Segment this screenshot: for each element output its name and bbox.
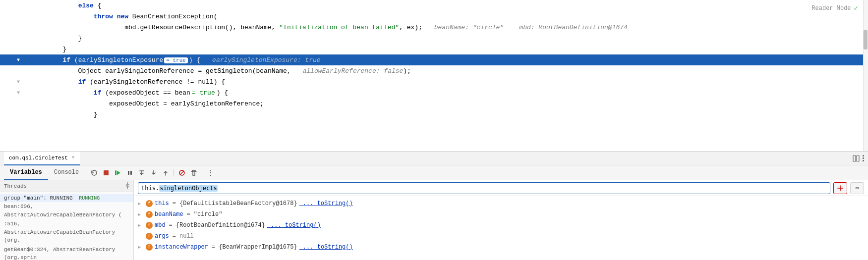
var-link-mbd[interactable]: ... toString() — [267, 222, 321, 229]
var-icon-mbd: f — [146, 222, 153, 229]
var-name-instancewrapper: instanceWrapper — [155, 244, 208, 251]
step-into-btn[interactable] — [148, 167, 159, 178]
var-expand-arrow[interactable]: ▶ — [138, 222, 144, 228]
stop-btn[interactable] — [101, 167, 112, 178]
code-line: } — [0, 109, 868, 120]
code-text: if (exposedObject == bean= true) { — [32, 89, 228, 97]
expr-add-btn[interactable] — [833, 182, 847, 194]
code-line: ▼ if (exposedObject == bean= true) { — [0, 87, 868, 98]
settings-btn[interactable]: ⋮ — [205, 167, 216, 178]
reader-mode-label: Reader Mode — [811, 5, 851, 12]
var-val-instancewrapper: {BeanWrapperImpl@1675} — [219, 244, 297, 251]
var-icon-beanname: f — [146, 211, 153, 218]
svg-rect-5 — [128, 171, 129, 175]
code-line: Object earlySingletonReference = getSing… — [0, 65, 868, 76]
svg-rect-0 — [853, 156, 856, 161]
var-expand-arrow[interactable]: ▶ — [138, 244, 144, 250]
run-badge: RUNNING — [79, 195, 100, 201]
var-eq: = — [173, 233, 176, 240]
left-panel-content: group "main": RUNNING RUNNING bean:606, … — [0, 192, 133, 260]
right-panel: this.singletonObjects ∞ ▶ f this = {Defa… — [134, 180, 868, 260]
svg-rect-6 — [130, 171, 132, 175]
tab-console-label: Console — [54, 169, 79, 176]
tab-variables[interactable]: Variables — [4, 165, 48, 180]
debug-tabs-bar: Variables Console — [0, 165, 868, 180]
code-text: } — [32, 111, 98, 118]
more-options-icon[interactable] — [863, 155, 864, 161]
step-out-btn[interactable] — [160, 167, 171, 178]
left-panel-header: Threads ⌽ — [0, 180, 133, 192]
var-eq: = — [173, 200, 176, 207]
code-text: if (earlySingletonExposure= true) { earl… — [32, 56, 321, 64]
reader-mode-check: ✓ — [854, 4, 858, 12]
bottom-panel: com.qsl.CircleTest × Variables Console — [0, 151, 868, 260]
svg-rect-4 — [115, 170, 116, 175]
code-text: throw new BeanCreationException( — [32, 13, 218, 20]
svg-rect-2 — [104, 170, 109, 175]
svg-marker-3 — [116, 170, 120, 175]
var-expand-arrow[interactable]: ▶ — [138, 211, 144, 217]
var-item-mbd[interactable]: ▶ f mbd = {RootBeanDefinition@1674} ... … — [134, 220, 868, 231]
var-item-this[interactable]: ▶ f this = {DefaultListableBeanFactory@1… — [134, 198, 868, 209]
code-line: } — [0, 44, 868, 54]
var-expand-arrow[interactable]: ▶ — [138, 201, 144, 207]
step-over-btn[interactable] — [136, 167, 147, 178]
expr-infinite-btn[interactable]: ∞ — [850, 182, 864, 194]
pause-btn[interactable] — [124, 167, 135, 178]
debug-content: Threads ⌽ group "main": RUNNING RUNNING … — [0, 180, 868, 260]
stack-frame-0[interactable]: bean:606, AbstractAutowireCapableBeanFac… — [0, 202, 133, 219]
code-line: } — [0, 33, 868, 44]
code-text: exposedObject = earlySingletonReference; — [32, 100, 264, 107]
reader-mode-bar: Reader Mode ✓ — [811, 4, 858, 12]
toolbar-separator — [174, 169, 174, 176]
var-name-beanname: beanName — [155, 211, 183, 218]
layout-icon[interactable] — [852, 154, 861, 163]
debug-toolbar: ⋮ — [89, 167, 216, 178]
var-link-this[interactable]: ... toString() — [299, 200, 353, 207]
code-line-highlighted: ▼ if (earlySingletonExposure= true) { ea… — [0, 54, 868, 65]
code-line: ▼ if (earlySingletonReference != null) { — [0, 76, 868, 87]
var-icon-this: f — [146, 200, 153, 207]
debug-session-tab[interactable]: com.qsl.CircleTest × — [4, 152, 80, 165]
filter-icon[interactable]: ⌽ — [126, 182, 129, 190]
line-gutter: ▼ — [4, 57, 24, 63]
var-item-beanname[interactable]: ▶ f beanName = "circle" — [134, 209, 868, 220]
threads-label: Threads — [4, 183, 27, 189]
scrollbar-right[interactable] — [863, 0, 868, 151]
var-icon-instancewrapper: f — [146, 244, 153, 251]
code-line: exposedObject = earlySingletonReference; — [0, 98, 868, 109]
var-link-instancewrapper[interactable]: ... toString() — [299, 244, 353, 251]
code-text: mbd.getResourceDescription(), beanName, … — [32, 24, 628, 31]
toolbar-separator-2 — [202, 169, 202, 176]
tab-console[interactable]: Console — [48, 165, 85, 180]
mute-breakpoints-btn[interactable] — [176, 167, 187, 178]
tab-variables-label: Variables — [10, 169, 42, 176]
var-item-instancewrapper[interactable]: ▶ f instanceWrapper = {BeanWrapperImpl@1… — [134, 242, 868, 253]
svg-line-8 — [180, 171, 184, 175]
debug-session-tab-close[interactable]: × — [72, 155, 75, 160]
code-text: Object earlySingletonReference = getSing… — [32, 67, 411, 75]
expression-highlighted: singletonObjects — [159, 185, 218, 192]
clear-btn[interactable] — [188, 167, 199, 178]
code-line: throw new BeanCreationException( — [0, 11, 868, 22]
code-lines: else { throw new BeanCreationException( … — [0, 0, 868, 151]
line-gutter: ▼ — [4, 90, 24, 96]
var-val-beanname: "circle" — [194, 211, 223, 218]
var-name-this: this — [155, 200, 169, 207]
stack-frame-2[interactable]: getBean$0:324, AbstractBeanFactory (org.… — [0, 245, 133, 260]
var-icon-args: f — [146, 233, 153, 240]
line-gutter: ▼ — [4, 79, 24, 85]
restore-layout-btn[interactable] — [89, 167, 100, 178]
code-area: Reader Mode ✓ else { throw new BeanCreat… — [0, 0, 868, 151]
scrollbar-thumb[interactable] — [864, 30, 868, 50]
var-name-mbd: mbd — [155, 222, 166, 229]
var-item-args[interactable]: f args = null — [134, 231, 868, 242]
code-line: else { — [0, 0, 868, 11]
thread-group-label: group "main": RUNNING — [4, 195, 73, 201]
stack-frame-1[interactable]: :516, AbstractAutowireCapableBeanFactory… — [0, 219, 133, 245]
var-eq: = — [169, 222, 173, 229]
left-panel: Threads ⌽ group "main": RUNNING RUNNING … — [0, 180, 134, 260]
var-val-args: null — [179, 233, 194, 240]
thread-group-item[interactable]: group "main": RUNNING RUNNING — [0, 194, 133, 202]
resume-btn[interactable] — [113, 167, 123, 178]
